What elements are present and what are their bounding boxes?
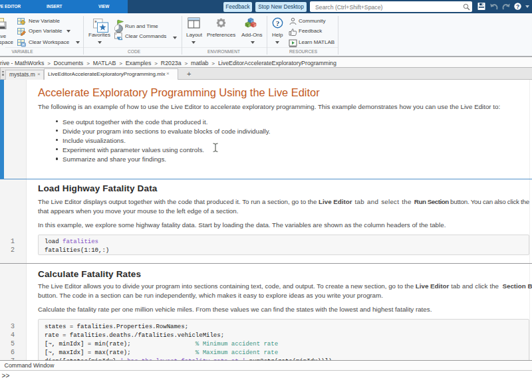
svg-text:?: ? (276, 19, 280, 27)
svg-text:?: ? (516, 3, 519, 9)
svg-text:»: » (115, 33, 116, 36)
svg-text:»: » (94, 19, 97, 24)
